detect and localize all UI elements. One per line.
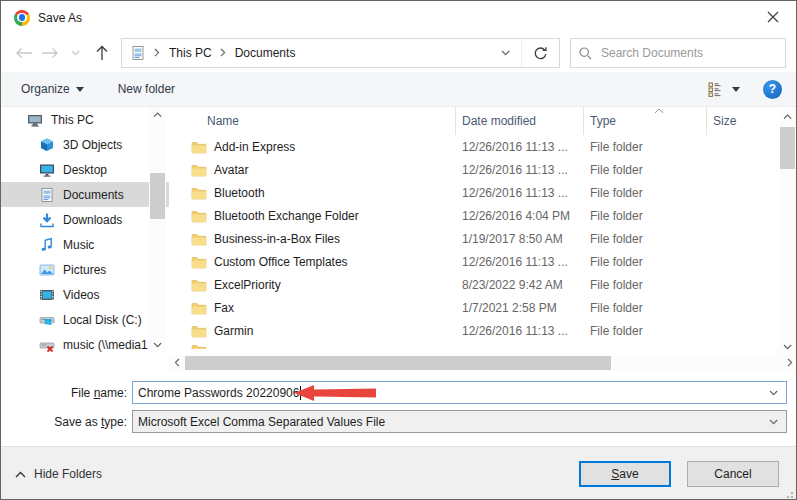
sidebar-item-documents[interactable]: Documents bbox=[1, 182, 169, 207]
organize-button[interactable]: Organize bbox=[21, 82, 84, 96]
scroll-left-icon[interactable] bbox=[169, 355, 185, 371]
sidebar-item-label: This PC bbox=[51, 113, 94, 127]
sidebar-item-label: Documents bbox=[63, 188, 124, 202]
scroll-down-icon[interactable] bbox=[779, 339, 796, 355]
resize-grip-icon[interactable] bbox=[784, 489, 794, 499]
help-button[interactable]: ? bbox=[763, 80, 782, 99]
address-bar[interactable]: This PC Documents bbox=[121, 38, 560, 68]
sidebar-item-desktop[interactable]: Desktop bbox=[1, 157, 169, 182]
scroll-up-icon[interactable] bbox=[149, 107, 166, 123]
column-header-type[interactable]: Type bbox=[583, 107, 706, 135]
chevron-down-icon bbox=[501, 50, 511, 57]
file-row[interactable]: Fax 1/7/2021 2:58 PM File folder bbox=[187, 296, 779, 319]
sidebar-item-label: 3D Objects bbox=[63, 138, 122, 152]
sidebar-item-label: Pictures bbox=[63, 263, 106, 277]
sidebar-item-local-disk-c[interactable]: Local Disk (C:) bbox=[1, 307, 169, 332]
refresh-button[interactable] bbox=[521, 39, 559, 67]
navigation-pane: This PC 3D Objects Desktop Documents Dow… bbox=[1, 107, 169, 353]
desktop-icon bbox=[39, 162, 55, 178]
file-row[interactable]: Avatar 12/26/2016 11:13 ... File folder bbox=[187, 158, 779, 181]
file-row[interactable]: Add-in Express 12/26/2016 11:13 ... File… bbox=[187, 135, 779, 158]
forward-button[interactable] bbox=[37, 40, 63, 66]
folder-icon bbox=[191, 208, 207, 224]
sidebar-item-music-network-drive[interactable]: music (\\media1 bbox=[1, 332, 169, 353]
file-row[interactable]: Custom Office Templates 12/26/2016 11:13… bbox=[187, 250, 779, 273]
document-icon bbox=[39, 187, 55, 203]
scroll-right-icon[interactable] bbox=[782, 355, 797, 371]
file-row-partial[interactable] bbox=[187, 342, 779, 349]
sidebar-item-videos[interactable]: Videos bbox=[1, 282, 169, 307]
sidebar-scrollbar-thumb[interactable] bbox=[150, 173, 165, 219]
cancel-button[interactable]: Cancel bbox=[687, 461, 779, 487]
chevron-down-icon bbox=[769, 419, 779, 426]
address-dropdown-button[interactable] bbox=[491, 39, 521, 67]
film-icon bbox=[39, 287, 55, 303]
up-arrow-icon bbox=[95, 45, 109, 61]
folder-icon bbox=[191, 254, 207, 270]
sidebar-item-3d-objects[interactable]: 3D Objects bbox=[1, 132, 169, 157]
breadcrumb-documents[interactable]: Documents bbox=[229, 46, 302, 60]
chevron-down-icon bbox=[769, 390, 779, 397]
up-one-level-button[interactable] bbox=[89, 40, 115, 66]
folder-icon bbox=[191, 162, 207, 178]
organize-label: Organize bbox=[21, 82, 70, 96]
help-icon: ? bbox=[769, 82, 776, 96]
organize-caret-icon bbox=[76, 87, 84, 92]
sidebar-item-this-pc[interactable]: This PC bbox=[1, 107, 169, 132]
column-header-size[interactable]: Size bbox=[706, 107, 778, 135]
list-vertical-scrollbar[interactable] bbox=[779, 109, 796, 355]
file-row[interactable]: Bluetooth Exchange Folder 12/26/2016 4:0… bbox=[187, 204, 779, 227]
new-folder-button[interactable]: New folder bbox=[118, 82, 175, 96]
column-headers: Name Date modified Type Size bbox=[187, 107, 779, 135]
picture-icon bbox=[39, 262, 55, 278]
command-toolbar: Organize New folder ? bbox=[1, 72, 796, 107]
sidebar-item-label: Local Disk (C:) bbox=[63, 313, 142, 327]
sidebar-item-label: Desktop bbox=[63, 163, 107, 177]
column-header-name[interactable]: Name bbox=[187, 107, 455, 135]
file-rows: Add-in Express 12/26/2016 11:13 ... File… bbox=[187, 135, 779, 349]
file-name-row: File name: Chrome Passwords 20220906 bbox=[1, 381, 796, 404]
sidebar-item-downloads[interactable]: Downloads bbox=[1, 207, 169, 232]
close-button[interactable] bbox=[750, 1, 796, 33]
search-input[interactable]: Search Documents bbox=[570, 38, 786, 68]
toolbar-right-group: ? bbox=[708, 80, 782, 99]
file-name-input[interactable]: Chrome Passwords 20220906 bbox=[132, 381, 787, 404]
view-list-icon bbox=[708, 82, 725, 97]
change-view-button[interactable] bbox=[708, 82, 747, 97]
list-scrollbar-thumb[interactable] bbox=[780, 127, 795, 169]
dialog-buttons: Save Cancel bbox=[579, 461, 779, 487]
recent-locations-button[interactable] bbox=[63, 40, 89, 66]
hide-folders-button[interactable]: Hide Folders bbox=[15, 467, 102, 481]
scroll-up-icon[interactable] bbox=[779, 109, 796, 125]
save-as-type-select[interactable]: Microsoft Excel Comma Separated Values F… bbox=[132, 410, 787, 433]
save-as-type-row: Save as type: Microsoft Excel Comma Sepa… bbox=[1, 410, 796, 433]
scroll-down-icon[interactable] bbox=[149, 337, 166, 353]
disk-drive-icon bbox=[39, 312, 55, 328]
file-row[interactable]: Business-in-a-Box Files 1/19/2017 8:50 A… bbox=[187, 227, 779, 250]
horizontal-scrollbar-thumb[interactable] bbox=[185, 356, 611, 370]
sidebar-item-label: Videos bbox=[63, 288, 99, 302]
sidebar-item-pictures[interactable]: Pictures bbox=[1, 257, 169, 282]
folder-icon bbox=[191, 342, 207, 349]
sidebar-item-label: Music bbox=[63, 238, 94, 252]
back-arrow-icon bbox=[15, 47, 33, 59]
file-row[interactable]: Garmin 12/26/2016 11:13 ... File folder bbox=[187, 319, 779, 342]
close-icon bbox=[767, 11, 779, 23]
save-as-type-value: Microsoft Excel Comma Separated Values F… bbox=[138, 415, 385, 429]
file-row[interactable]: Bluetooth 12/26/2016 11:13 ... File fold… bbox=[187, 181, 779, 204]
forward-arrow-icon bbox=[41, 47, 59, 59]
back-button[interactable] bbox=[11, 40, 37, 66]
new-folder-label: New folder bbox=[118, 82, 175, 96]
sidebar-item-music[interactable]: Music bbox=[1, 232, 169, 257]
dialog-title: Save As bbox=[38, 11, 82, 25]
sidebar-item-label: Downloads bbox=[63, 213, 122, 227]
folder-icon bbox=[191, 231, 207, 247]
list-horizontal-scrollbar[interactable] bbox=[169, 355, 797, 371]
file-row[interactable]: ExcelPriority 8/23/2022 9:42 AM File fol… bbox=[187, 273, 779, 296]
column-header-date-modified[interactable]: Date modified bbox=[455, 107, 583, 135]
text-caret bbox=[300, 386, 301, 400]
sort-ascending-icon bbox=[654, 108, 664, 114]
breadcrumb-this-pc[interactable]: This PC bbox=[163, 46, 218, 60]
sidebar-scrollbar[interactable] bbox=[149, 107, 166, 353]
save-button[interactable]: Save bbox=[579, 461, 671, 487]
